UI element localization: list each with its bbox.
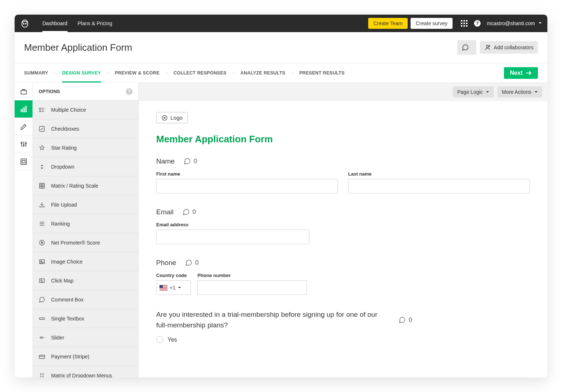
svg-rect-21: [25, 106, 26, 112]
question-type-item[interactable]: Ranking: [33, 214, 138, 233]
app-logo[interactable]: [20, 18, 30, 28]
svg-point-2: [26, 23, 26, 24]
arrow-icon: →: [290, 70, 295, 76]
question-type-item[interactable]: Slider: [33, 328, 138, 347]
chevron-down-icon: [178, 286, 181, 289]
rail-style-icon[interactable]: [15, 118, 32, 135]
country-code-select[interactable]: +1: [156, 280, 191, 295]
first-name-label: First name: [156, 171, 338, 177]
question-type-icon: [39, 164, 47, 170]
question-type-icon: [39, 372, 47, 378]
svg-rect-50: [39, 318, 45, 319]
comment-icon: [185, 259, 192, 266]
svg-point-32: [40, 109, 41, 110]
help-icon[interactable]: ?: [473, 19, 482, 28]
svg-point-0: [22, 21, 28, 27]
question-label-name: Name: [156, 157, 175, 165]
question-type-item[interactable]: File Upload: [33, 195, 138, 214]
comments-button[interactable]: [457, 40, 476, 55]
svg-rect-7: [463, 23, 465, 24]
step-collect-responses[interactable]: COLLECT RESPONSES: [173, 70, 226, 76]
question-type-item[interactable]: Multiple Choice: [33, 100, 138, 119]
comment-icon: [184, 158, 191, 165]
apps-grid-icon[interactable]: [460, 19, 469, 28]
form-title[interactable]: Member Application Form: [156, 134, 530, 145]
question-type-item[interactable]: Image Choice: [33, 252, 138, 271]
question-type-label: Multiple Choice: [51, 107, 86, 113]
question-type-icon: [39, 296, 47, 303]
question-type-item[interactable]: Net Promoter® Score: [33, 233, 138, 252]
question-type-label: Click Map: [51, 278, 73, 284]
question-type-item[interactable]: Comment Box: [33, 290, 138, 309]
step-present-results[interactable]: PRESENT RESULTS: [299, 70, 344, 76]
radio-icon: [156, 336, 163, 343]
last-name-input[interactable]: [348, 179, 530, 193]
email-address-input[interactable]: [156, 230, 309, 244]
svg-point-45: [39, 240, 45, 245]
svg-point-30: [40, 108, 41, 108]
nav-dashboard[interactable]: Dashboard: [37, 15, 73, 32]
phone-number-input[interactable]: [197, 280, 307, 295]
sidebar-title: OPTIONS: [39, 89, 60, 94]
question-type-icon: [39, 201, 47, 208]
question-type-icon: [39, 315, 47, 322]
step-preview-score[interactable]: PREVIEW & SCORE: [115, 70, 160, 76]
arrow-icon: →: [105, 70, 111, 76]
last-name-label: Last name: [348, 171, 530, 177]
comment-icon: [399, 316, 406, 324]
add-collaborators-button[interactable]: Add collaborators: [480, 41, 538, 54]
question-type-item[interactable]: Single Textbox: [33, 309, 138, 328]
svg-point-25: [21, 142, 22, 143]
question-type-label: Single Textbox: [51, 316, 84, 322]
question-type-label: Matrix / Rating Scale: [51, 183, 98, 189]
rail-settings-icon[interactable]: [15, 135, 32, 153]
svg-rect-18: [21, 90, 26, 94]
svg-point-34: [40, 111, 41, 112]
question-type-item[interactable]: Checkboxes: [33, 119, 138, 138]
add-logo-button[interactable]: Logo: [156, 112, 188, 123]
svg-rect-53: [39, 355, 45, 358]
help-tooltip-icon[interactable]: ?: [126, 88, 132, 95]
svg-point-14: [486, 45, 489, 47]
rail-toolbox-icon[interactable]: [15, 83, 32, 100]
question-type-icon: [39, 277, 47, 284]
rail-build-icon[interactable]: [15, 100, 32, 118]
step-design-survey[interactable]: DESIGN SURVEY: [62, 70, 101, 76]
question-comments-name[interactable]: 0: [184, 158, 197, 165]
question-type-icon: [39, 334, 47, 341]
question-type-label: Checkboxes: [51, 126, 79, 132]
svg-rect-37: [39, 183, 45, 188]
question-type-item[interactable]: Matrix of Dropdown Menus: [33, 366, 138, 377]
svg-rect-29: [22, 160, 25, 163]
question-type-item[interactable]: Payment (Stripe): [33, 347, 138, 366]
step-summary[interactable]: SUMMARY: [24, 70, 48, 76]
question-type-icon: [39, 239, 47, 246]
question-type-item[interactable]: Star Rating: [33, 138, 138, 157]
trial-option-yes[interactable]: Yes: [156, 336, 530, 343]
svg-rect-28: [21, 159, 26, 164]
arrow-icon: →: [53, 70, 58, 76]
svg-point-27: [25, 143, 26, 144]
next-button[interactable]: Next: [504, 67, 538, 79]
question-type-label: Image Choice: [51, 259, 82, 265]
question-comments-phone[interactable]: 0: [185, 259, 199, 266]
first-name-input[interactable]: [156, 179, 338, 193]
svg-rect-19: [21, 109, 22, 112]
question-type-icon: [39, 145, 47, 151]
question-type-item[interactable]: Click Map: [33, 271, 138, 290]
question-comments-email[interactable]: 0: [182, 208, 196, 216]
question-type-label: Dropdown: [51, 164, 74, 170]
create-survey-button[interactable]: Create survey: [411, 18, 453, 29]
step-analyze-results[interactable]: ANALYZE RESULTS: [240, 70, 285, 76]
rail-layout-icon[interactable]: [15, 153, 32, 170]
question-type-item[interactable]: Dropdown: [33, 157, 138, 176]
arrow-icon: →: [231, 70, 236, 76]
page-logic-dropdown[interactable]: Page Logic: [453, 87, 494, 97]
nav-plans-pricing[interactable]: Plans & Pricing: [73, 15, 118, 32]
svg-rect-9: [461, 25, 462, 27]
create-team-button[interactable]: Create Team: [368, 18, 408, 29]
more-actions-dropdown[interactable]: More Actions: [497, 87, 542, 97]
question-type-item[interactable]: Matrix / Rating Scale: [33, 176, 138, 195]
user-menu[interactable]: mcastro@shanti.com: [487, 20, 542, 26]
question-comments-trial[interactable]: 0: [399, 316, 412, 324]
